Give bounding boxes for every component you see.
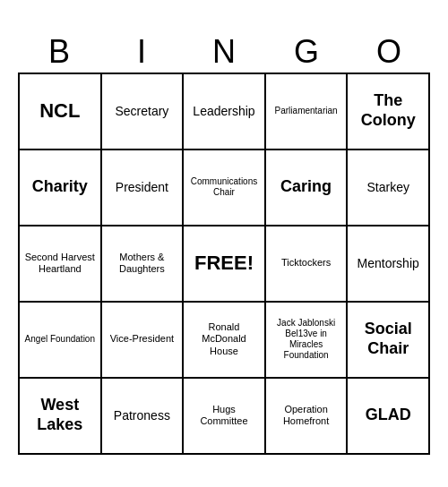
bingo-cell-text-2: Leadership [193, 104, 254, 119]
bingo-cell-5: Charity [20, 150, 102, 226]
bingo-cell-text-7: Communications Chair [187, 176, 261, 198]
bingo-cell-20: West Lakes [20, 379, 102, 455]
bingo-cell-text-12: FREE! [194, 252, 254, 275]
bingo-cell-22: Hugs Committee [184, 379, 266, 455]
bingo-cell-text-15: Angel Foundation [25, 334, 95, 345]
header-letter-n: N [185, 33, 263, 71]
bingo-cell-23: Operation Homefront [266, 379, 349, 455]
bingo-cell-13: Ticktockers [266, 226, 349, 303]
bingo-cell-text-10: Second Harvest Heartland [23, 252, 97, 275]
bingo-cell-10: Second Harvest Heartland [20, 226, 102, 303]
bingo-cell-text-4: The Colony [351, 91, 425, 130]
bingo-cell-text-11: Mothers & Daughters [106, 252, 179, 275]
header-letter-o: O [349, 33, 428, 71]
bingo-grid: NCLSecretaryLeadershipParliamentarianThe… [18, 73, 430, 455]
header-letter-i: I [102, 33, 181, 71]
bingo-cell-8: Caring [266, 150, 349, 226]
header-letter-b: B [20, 33, 99, 71]
bingo-cell-text-5: Charity [32, 177, 88, 197]
bingo-cell-1: Secretary [102, 74, 185, 150]
header-letter-g: G [267, 33, 346, 71]
bingo-cell-18: Jack Jablonski Bel13ve in Miracles Found… [266, 303, 349, 379]
bingo-cell-text-14: Mentorship [358, 256, 419, 271]
bingo-cell-4: The Colony [348, 74, 430, 150]
bingo-cell-12: FREE! [184, 226, 266, 303]
bingo-cell-text-20: West Lakes [23, 396, 97, 434]
bingo-cell-text-9: Starkey [366, 180, 409, 195]
bingo-cell-9: Starkey [348, 150, 430, 226]
bingo-cell-24: GLAD [348, 379, 430, 455]
bingo-cell-21: Patroness [102, 379, 185, 455]
bingo-cell-text-17: Ronald McDonald House [187, 321, 261, 357]
bingo-cell-text-1: Secretary [115, 104, 168, 119]
bingo-cell-15: Angel Foundation [20, 303, 102, 379]
bingo-cell-11: Mothers & Daughters [102, 226, 185, 303]
bingo-cell-text-22: Hugs Committee [187, 404, 261, 427]
bingo-cell-text-24: GLAD [366, 406, 411, 425]
bingo-cell-text-18: Jack Jablonski Bel13ve in Miracles Found… [270, 318, 343, 361]
bingo-cell-19: Social Chair [348, 303, 430, 379]
bingo-cell-14: Mentorship [348, 226, 430, 303]
bingo-header: BINGO [18, 33, 430, 71]
bingo-cell-text-8: Caring [280, 177, 332, 197]
bingo-cell-6: President [102, 150, 185, 226]
bingo-cell-text-6: President [116, 180, 168, 195]
bingo-cell-text-21: Patroness [114, 408, 170, 423]
bingo-cell-0: NCL [20, 74, 102, 150]
bingo-cell-text-0: NCL [39, 99, 80, 123]
bingo-cell-17: Ronald McDonald House [184, 303, 266, 379]
bingo-cell-text-13: Ticktockers [281, 257, 331, 269]
bingo-cell-text-23: Operation Homefront [270, 404, 343, 427]
bingo-cell-3: Parliamentarian [266, 74, 349, 150]
bingo-cell-7: Communications Chair [184, 150, 266, 226]
bingo-cell-16: Vice-President [102, 303, 185, 379]
bingo-cell-text-16: Vice-President [110, 333, 174, 345]
bingo-card: BINGO NCLSecretaryLeadershipParliamentar… [18, 33, 430, 455]
bingo-cell-text-19: Social Chair [351, 320, 425, 358]
bingo-cell-text-3: Parliamentarian [275, 106, 338, 116]
bingo-cell-2: Leadership [184, 74, 266, 150]
